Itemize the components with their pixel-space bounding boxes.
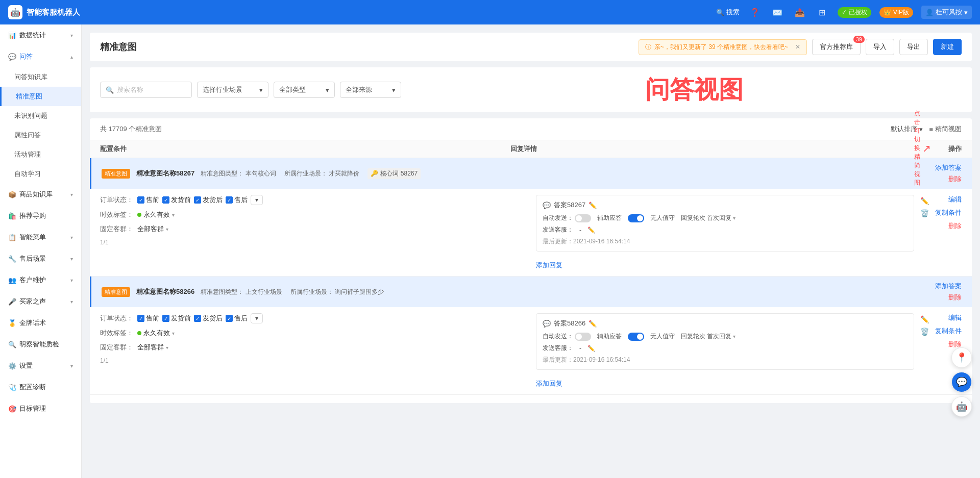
bot-float-btn[interactable]: 🤖 — [951, 396, 972, 417]
more-checkbox-btn-1[interactable]: ▾ — [251, 195, 263, 205]
main-layout: 📊 数据统计 ▾ 💬 问答 ▴ 问答知识库 精准意图 未识别问题 属性问答 活动… — [0, 24, 980, 478]
time-chevron-1[interactable]: ▾ — [172, 212, 175, 218]
alert-banner: ⓘ 亲~，我们又更新了 39 个精准意图，快去看看吧~ ✕ — [639, 39, 807, 55]
audience-chevron-2[interactable]: ▾ — [166, 345, 168, 350]
reply-title-2: 💬 答案58266 ✏️ — [543, 319, 597, 328]
reply-count-chevron-1[interactable]: ▾ — [733, 215, 736, 221]
cb-presale-check-2 — [137, 315, 144, 322]
audience-chevron-1[interactable]: ▾ — [166, 227, 168, 232]
chevron-product: ▾ — [70, 192, 73, 197]
add-reply-btn-1[interactable]: 添加回复 — [536, 261, 562, 270]
sort-select[interactable]: 默认排序 ▾ — [891, 124, 923, 134]
edit-icon-1[interactable]: ✏️ — [920, 197, 929, 205]
edit-icon-2[interactable]: ✏️ — [920, 315, 929, 323]
sidebar-item-buyer-voice[interactable]: 🎤 买家之声 ▾ — [0, 291, 81, 312]
auto-send-switch-1[interactable] — [575, 214, 591, 222]
auto-send-switch-2[interactable] — [575, 333, 591, 341]
official-recommend-btn[interactable]: 官方推荐库 — [812, 39, 861, 55]
authorized-badge[interactable]: ✓ 已授权 — [838, 7, 871, 18]
add-answer-btn-1[interactable]: 添加答案 — [935, 163, 962, 172]
add-answer-btn-2[interactable]: 添加答案 — [935, 282, 962, 291]
sidebar-item-gold-speech[interactable]: 🥇 金牌话术 — [0, 312, 81, 334]
cb-aftersale-2: 售后 — [226, 314, 248, 323]
delete-intent-btn-1[interactable]: 删除 — [948, 174, 962, 184]
assist-switch-1[interactable] — [628, 214, 644, 222]
cb-presale-check-1 — [137, 196, 144, 204]
sidebar-item-settings[interactable]: ⚙️ 设置 ▾ — [0, 355, 81, 376]
sidebar-item-aftersale[interactable]: 🔧 售后场景 ▾ — [0, 248, 81, 269]
sidebar-item-target-mgmt[interactable]: 🎯 目标管理 — [0, 398, 81, 419]
source-select[interactable]: 全部来源 ▾ — [340, 82, 401, 98]
reply-count-chevron-2[interactable]: ▾ — [733, 334, 736, 339]
assist-switch-2[interactable] — [628, 333, 644, 341]
sidebar-item-customer[interactable]: 👥 客户维护 ▾ — [0, 269, 81, 291]
sidebar-item-quality[interactable]: 🔍 明察智能质检 — [0, 334, 81, 355]
delete-icon-2[interactable]: 🗑️ — [920, 328, 929, 336]
copy-condition-link-1[interactable]: 复制条件 — [935, 208, 962, 217]
reply-side-2: 💬 答案58266 ✏️ 自动发送： — [536, 313, 962, 388]
sidebar-item-qa[interactable]: 💬 问答 ▴ — [0, 46, 81, 67]
intent-header-2: 精准意图 精准意图名称58266 精准意图类型： 上文行业场景 所属行业场景： … — [90, 276, 972, 307]
chevron-settings: ▾ — [70, 363, 73, 369]
sidebar-item-config-diag[interactable]: 🩺 配置诊断 — [0, 376, 81, 398]
sidebar-item-qa-intent[interactable]: 精准意图 — [0, 87, 81, 106]
edit-link-2[interactable]: 编辑 — [948, 313, 962, 322]
stats-icon: 📊 — [8, 32, 16, 39]
industry-select[interactable]: 选择行业场景 ▾ — [197, 82, 268, 98]
type-select[interactable]: 全部类型 ▾ — [274, 82, 335, 98]
alert-icon: ⓘ — [645, 43, 651, 52]
intent-tag-2: 精准意图 — [102, 287, 130, 297]
sidebar-item-smart-menu[interactable]: 📋 智能菜单 ▾ — [0, 227, 81, 248]
copy-condition-link-2[interactable]: 复制条件 — [935, 326, 962, 336]
intent-scene-label-1: 所属行业场景： 才买就降价 — [284, 169, 359, 178]
upload-icon[interactable]: 📤 — [793, 5, 807, 19]
vip-badge[interactable]: 👑 VIP版 — [879, 7, 913, 18]
chevron-customer: ▾ — [70, 278, 73, 283]
cb-aftersale-1: 售后 — [226, 195, 248, 205]
time-chevron-2[interactable]: ▾ — [172, 331, 175, 336]
auto-send-1: 自动发送： — [543, 214, 591, 222]
cb-shipped-2: 发货后 — [194, 314, 223, 323]
view-title-text: 问答视图 — [427, 73, 962, 106]
view-toggle-btn[interactable]: ≡ 精简视图 — [929, 124, 962, 134]
delete-icon-1[interactable]: 🗑️ — [920, 209, 929, 217]
help-icon[interactable]: ❓ — [748, 5, 762, 19]
product-icon: 📦 — [8, 191, 16, 198]
edit-customer-icon-2[interactable]: ✏️ — [587, 345, 595, 352]
edit-title-icon-1[interactable]: ✏️ — [589, 202, 597, 209]
location-float-btn[interactable]: 📍 — [951, 347, 972, 368]
delete-intent-btn-2[interactable]: 删除 — [948, 293, 962, 302]
new-btn[interactable]: 新建 — [933, 39, 962, 55]
import-btn[interactable]: 导入 — [866, 39, 894, 55]
sidebar-label-quality: 明察智能质检 — [19, 340, 59, 349]
edit-link-1[interactable]: 编辑 — [948, 195, 962, 204]
cb-presale-2: 售前 — [137, 314, 159, 323]
edit-title-icon-2[interactable]: ✏️ — [589, 320, 597, 328]
sidebar-item-recommend[interactable]: 🛍️ 推荐导购 — [0, 205, 81, 227]
chat-float-btn[interactable]: 💬 — [951, 372, 972, 392]
more-checkbox-btn-2[interactable]: ▾ — [251, 313, 263, 323]
sidebar-item-qa-activity[interactable]: 活动管理 — [0, 145, 81, 164]
user-menu[interactable]: 👤 杜可风按 ▾ — [921, 6, 972, 19]
sidebar-item-qa-unrecognized[interactable]: 未识别问题 — [0, 106, 81, 125]
export-btn[interactable]: 导出 — [899, 39, 928, 55]
chevron-stats: ▾ — [70, 33, 73, 38]
sidebar-item-stats[interactable]: 📊 数据统计 ▾ — [0, 24, 81, 46]
mail-icon[interactable]: ✉️ — [770, 5, 785, 19]
sidebar-item-qa-auto[interactable]: 自动学习 — [0, 164, 81, 184]
industry-chevron-icon: ▾ — [259, 86, 263, 94]
view-toggle-label: 精简视图 — [935, 124, 962, 134]
grid-icon[interactable]: ⊞ — [815, 5, 829, 19]
sidebar-item-qa-knowledge[interactable]: 问答知识库 — [0, 67, 81, 87]
vip-crown-icon: 👑 — [884, 9, 891, 16]
sidebar-item-qa-attr[interactable]: 属性问答 — [0, 125, 81, 145]
chevron-buyer-voice: ▾ — [70, 299, 73, 305]
alert-close-btn[interactable]: ✕ — [795, 43, 800, 51]
sidebar-item-product-kb[interactable]: 📦 商品知识库 ▾ — [0, 184, 81, 205]
add-reply-btn-2[interactable]: 添加回复 — [536, 379, 562, 388]
search-btn[interactable]: 🔍 搜索 — [716, 8, 740, 17]
search-input-wrapper[interactable]: 🔍 搜索名称 — [100, 82, 192, 98]
edit-customer-icon-1[interactable]: ✏️ — [587, 227, 595, 234]
del-reply-link-1[interactable]: 删除 — [948, 221, 962, 231]
sidebar-label-aftersale: 售后场景 — [19, 254, 46, 263]
